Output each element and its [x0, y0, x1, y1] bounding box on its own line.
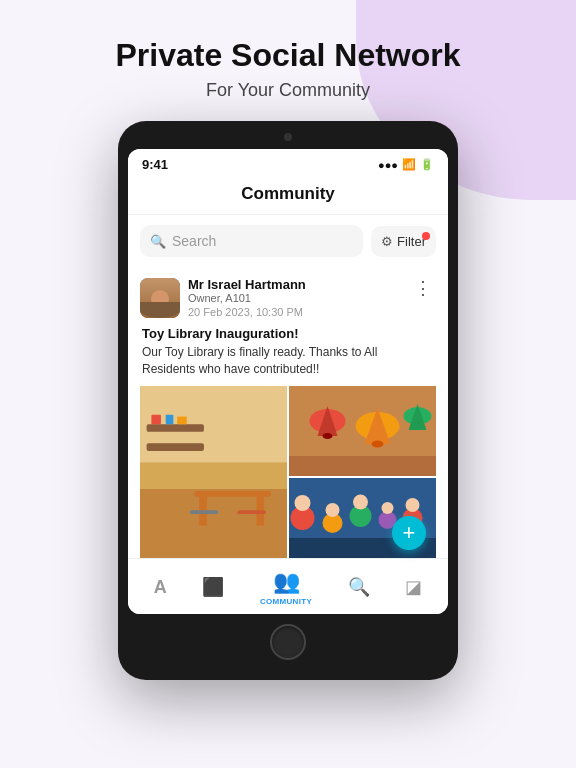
svg-point-24 [295, 495, 311, 511]
wifi-icon: 📶 [402, 158, 416, 171]
filter-button[interactable]: ⚙ Filter [371, 226, 436, 257]
battery-icon: 🔋 [420, 158, 434, 171]
post-image-2[interactable] [289, 386, 436, 476]
svg-point-28 [353, 494, 368, 509]
bottom-nav: A ⬛ 👥 COMMUNITY 🔍 ◪ [128, 558, 448, 614]
filter-active-dot [422, 232, 430, 240]
svg-rect-21 [289, 456, 436, 476]
svg-rect-6 [177, 417, 187, 425]
home-icon: A [154, 577, 167, 598]
status-time: 9:41 [142, 157, 168, 172]
nav-item-home[interactable]: A [154, 577, 167, 598]
svg-point-30 [382, 502, 394, 514]
avatar-image [140, 278, 180, 318]
search-area: 🔍 Search ⚙ Filter [128, 215, 448, 267]
ipad-screen: 9:41 ●●● 📶 🔋 Community 🔍 Search ⚙ Filter [128, 149, 448, 614]
user-date: 20 Feb 2023, 10:30 PM [188, 306, 306, 318]
fab-button[interactable]: + [392, 516, 426, 550]
post-image-1[interactable] [140, 386, 287, 558]
filter-sliders-icon: ⚙ [381, 234, 393, 249]
svg-point-32 [406, 498, 420, 512]
post-body: Our Toy Library is finally ready. Thanks… [140, 344, 436, 378]
nav-item-community[interactable]: 👥 COMMUNITY [260, 569, 312, 606]
svg-rect-5 [166, 415, 174, 425]
svg-rect-8 [199, 497, 207, 526]
post-card: Mr Israel Hartmann Owner, A101 20 Feb 20… [128, 267, 448, 558]
post-title: Toy Library Inauguration! [140, 326, 436, 341]
signal-icon: ●●● [378, 159, 398, 171]
user-info: Mr Israel Hartmann Owner, A101 20 Feb 20… [188, 277, 306, 318]
ipad-camera [284, 133, 292, 141]
app-header: Community [128, 176, 448, 215]
svg-rect-3 [147, 443, 204, 451]
svg-rect-1 [140, 462, 287, 558]
community-nav-label: COMMUNITY [260, 597, 312, 606]
nav-item-grid[interactable]: ◪ [405, 576, 422, 598]
nav-item-building[interactable]: ⬛ [202, 576, 224, 598]
status-bar: 9:41 ●●● 📶 🔋 [128, 149, 448, 176]
search-placeholder: Search [172, 233, 216, 249]
svg-point-15 [323, 433, 333, 439]
status-icons: ●●● 📶 🔋 [378, 158, 434, 171]
svg-point-26 [326, 503, 340, 517]
post-meta: Mr Israel Hartmann Owner, A101 20 Feb 20… [140, 277, 436, 318]
search-box[interactable]: 🔍 Search [140, 225, 363, 257]
building-icon: ⬛ [202, 576, 224, 598]
ipad-home-button[interactable] [270, 624, 306, 660]
community-icon: 👥 [273, 569, 300, 595]
svg-rect-9 [257, 497, 265, 526]
more-options-button[interactable]: ⋮ [410, 277, 436, 299]
ipad-frame: 9:41 ●●● 📶 🔋 Community 🔍 Search ⚙ Filter [118, 121, 458, 680]
svg-rect-11 [237, 510, 266, 514]
user-role: Owner, A101 [188, 292, 306, 304]
post-image-grid: + [140, 386, 436, 558]
app-title: Community [142, 184, 434, 204]
grid-icon: ◪ [405, 576, 422, 598]
search-nav-icon: 🔍 [348, 576, 370, 598]
svg-rect-7 [194, 491, 270, 497]
search-icon: 🔍 [150, 234, 166, 249]
svg-point-18 [372, 440, 384, 447]
svg-rect-4 [151, 415, 161, 425]
page-subtitle: For Your Community [20, 80, 556, 101]
nav-item-search[interactable]: 🔍 [348, 576, 370, 598]
post-user: Mr Israel Hartmann Owner, A101 20 Feb 20… [140, 277, 306, 318]
avatar [140, 278, 180, 318]
page-header: Private Social Network For Your Communit… [0, 0, 576, 121]
user-name: Mr Israel Hartmann [188, 277, 306, 292]
svg-rect-2 [147, 424, 204, 432]
page-title: Private Social Network [20, 36, 556, 74]
svg-rect-10 [190, 510, 219, 514]
